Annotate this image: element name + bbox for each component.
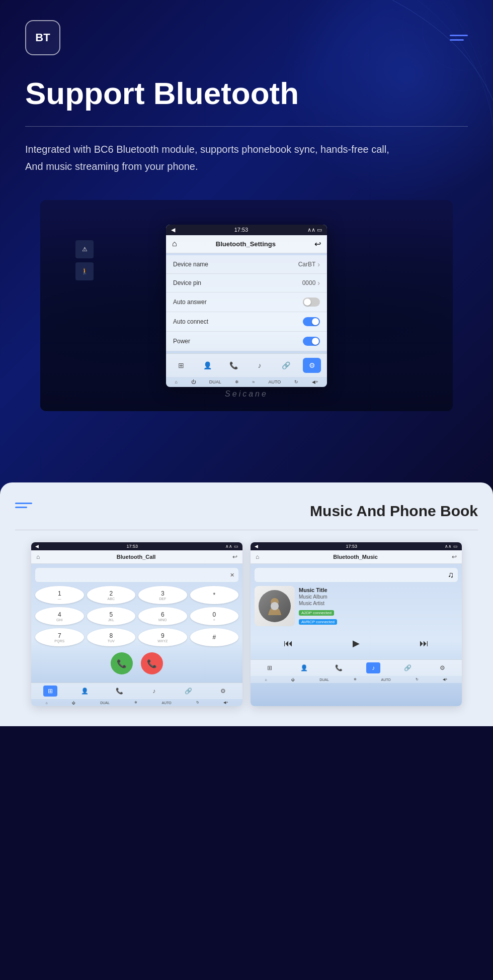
music-area: ♫ Music Title Music <box>251 564 462 659</box>
call-nav-settings[interactable]: ⚙ <box>216 685 230 697</box>
call-bottom-fan[interactable]: ↻ <box>196 701 199 705</box>
music-time: 17:53 <box>346 544 357 549</box>
music-back-icon[interactable]: ↩ <box>452 553 457 560</box>
auto-connect-toggle[interactable] <box>303 317 320 326</box>
dial-clear[interactable]: ✕ <box>230 572 234 578</box>
dial-3[interactable]: 3DEF <box>138 586 187 604</box>
screen-back-btn[interactable]: ◀ <box>171 227 175 233</box>
screen-header-title: Bluetooth_Settings <box>216 240 276 248</box>
music-bottom-power[interactable]: ⏻ <box>291 678 295 681</box>
screen-content: Device name CarBT › Device pin 0000 › Au… <box>166 253 327 353</box>
music-bottom-home[interactable]: ⌂ <box>265 678 267 681</box>
call-red-btn[interactable]: 📞 <box>141 652 163 674</box>
screen-header: ⌂ Bluetooth_Settings ↩ <box>166 235 327 253</box>
call-green-btn[interactable]: 📞 <box>111 652 133 674</box>
hamburger-menu[interactable] <box>450 35 468 41</box>
call-nav-contacts[interactable]: 👤 <box>78 685 92 697</box>
dial-2[interactable]: 2ABC <box>87 586 136 604</box>
section2-title: Music And Phone Book <box>310 503 478 520</box>
dial-4[interactable]: 4GHI <box>35 607 84 625</box>
screen-home-icon[interactable]: ⌂ <box>172 239 177 248</box>
car-display: ⚠ 🚶 ◀ 17:53 ∧∧ ▭ ⌂ Bluetooth_Settings ↩ <box>25 200 468 411</box>
screen-bottom-bar: ⌂ ⏻ DUAL ❄ ≈ AUTO ↻ ◀+ <box>166 377 327 387</box>
bottom-snowflake[interactable]: ❄ <box>235 379 239 384</box>
dial-9[interactable]: 9WXYZ <box>138 628 187 646</box>
music-next-btn[interactable]: ⏭ <box>415 634 433 652</box>
music-bottom-snow: ❄ <box>354 677 357 681</box>
screen-time: 17:53 <box>234 227 249 233</box>
music-play-btn[interactable]: ▶ <box>347 634 365 652</box>
bottom-vol[interactable]: ◀+ <box>312 379 318 384</box>
call-nav: ⊞ 👤 📞 ♪ 🔗 ⚙ <box>31 682 242 699</box>
call-nav-apps[interactable]: ⊞ <box>43 685 57 697</box>
call-bottom-power[interactable]: ⏻ <box>72 701 75 705</box>
screen-row-power[interactable]: Power <box>166 332 327 351</box>
screen-nav-apps[interactable]: ⊞ <box>172 358 190 373</box>
section2-hamburger[interactable] <box>15 503 32 508</box>
call-back-icon[interactable]: ↩ <box>232 553 237 560</box>
auto-answer-toggle[interactable] <box>303 298 320 307</box>
music-bottom-vol[interactable]: ◀+ <box>443 677 447 681</box>
bottom-fan[interactable]: ↻ <box>294 379 298 384</box>
music-nav-phone[interactable]: 📞 <box>332 662 346 673</box>
dial-star[interactable]: * <box>190 586 239 604</box>
call-status: ∧∧ ▭ <box>225 544 238 549</box>
music-nav-apps[interactable]: ⊞ <box>263 662 277 673</box>
screen-back-icon[interactable]: ↩ <box>314 239 321 249</box>
call-nav-music[interactable]: ♪ <box>147 685 161 697</box>
page-title: Support Bluetooth <box>25 75 468 111</box>
call-bottom-dual: DUAL <box>100 701 110 705</box>
screen-nav-link[interactable]: 🔗 <box>277 358 295 373</box>
call-nav-phone[interactable]: 📞 <box>113 685 127 697</box>
music-nav-link[interactable]: 🔗 <box>401 662 415 673</box>
dial-7[interactable]: 7PQRS <box>35 628 84 646</box>
panel-btn-hazard[interactable]: ⚠ <box>75 240 94 258</box>
screen-nav-settings[interactable]: ⚙ <box>303 358 321 373</box>
music-content: Music Title Music Album Music Artist A2D… <box>255 586 458 626</box>
bottom-power[interactable]: ⏻ <box>191 379 196 384</box>
svg-point-2 <box>271 598 279 606</box>
call-home-icon[interactable]: ⌂ <box>36 553 40 560</box>
call-bottom-bar: ⌂ ⏻ DUAL ❄ AUTO ↻ ◀+ <box>31 699 242 706</box>
music-back-btn[interactable]: ◀ <box>255 544 258 549</box>
screen-nav-music[interactable]: ♪ <box>251 358 269 373</box>
dial-6[interactable]: 6MNO <box>138 607 187 625</box>
screen-status-icons: ∧∧ ▭ <box>307 227 322 233</box>
dial-5[interactable]: 5JKL <box>87 607 136 625</box>
avrcp-badge: AVRCP connected <box>299 619 337 625</box>
dial-8[interactable]: 8TUV <box>87 628 136 646</box>
music-artist: Music Artist <box>299 601 337 606</box>
bottom-ac[interactable]: ≈ <box>253 379 255 384</box>
music-home-icon[interactable]: ⌂ <box>256 553 259 560</box>
screen-nav-contacts[interactable]: 👤 <box>198 358 216 373</box>
call-nav-link[interactable]: 🔗 <box>182 685 196 697</box>
screen-row-auto-answer[interactable]: Auto answer <box>166 292 327 312</box>
music-status: ∧∧ ▭ <box>445 544 458 549</box>
call-back-btn[interactable]: ◀ <box>35 544 39 549</box>
dial-1[interactable]: 1— <box>35 586 84 604</box>
section2-header: Music And Phone Book <box>15 503 478 520</box>
bottom-home[interactable]: ⌂ <box>175 379 177 384</box>
call-bottom-vol[interactable]: ◀+ <box>223 701 228 705</box>
screen-row-device-name[interactable]: Device name CarBT › <box>166 255 327 274</box>
music-phone-section: Music And Phone Book ◀ 17:53 ∧∧ ▭ ⌂ Blue… <box>0 482 493 726</box>
car-brand: Seicane <box>225 389 268 399</box>
panel-btn-person[interactable]: 🚶 <box>75 262 94 280</box>
call-bottom-home[interactable]: ⌂ <box>45 701 47 705</box>
dial-0[interactable]: 0+ <box>190 607 239 625</box>
dial-input[interactable]: ✕ <box>35 568 238 582</box>
music-nav-settings[interactable]: ⚙ <box>436 662 450 673</box>
music-note-row: ♫ <box>255 568 458 582</box>
dial-hash[interactable]: # <box>190 628 239 646</box>
music-nav-contacts[interactable]: 👤 <box>297 662 311 673</box>
call-screen-header: ⌂ Bluetooth_Call ↩ <box>31 550 242 564</box>
music-bottom-fan[interactable]: ↻ <box>416 677 419 681</box>
music-title: Music Title <box>299 587 337 593</box>
screen-nav-phone[interactable]: 📞 <box>224 358 242 373</box>
screen-row-device-pin[interactable]: Device pin 0000 › <box>166 274 327 292</box>
music-prev-btn[interactable]: ⏮ <box>279 634 297 652</box>
screen-row-auto-connect[interactable]: Auto connect <box>166 312 327 332</box>
power-toggle[interactable] <box>303 337 320 346</box>
music-nav: ⊞ 👤 📞 ♪ 🔗 ⚙ <box>251 659 462 676</box>
music-nav-music[interactable]: ♪ <box>366 662 380 673</box>
